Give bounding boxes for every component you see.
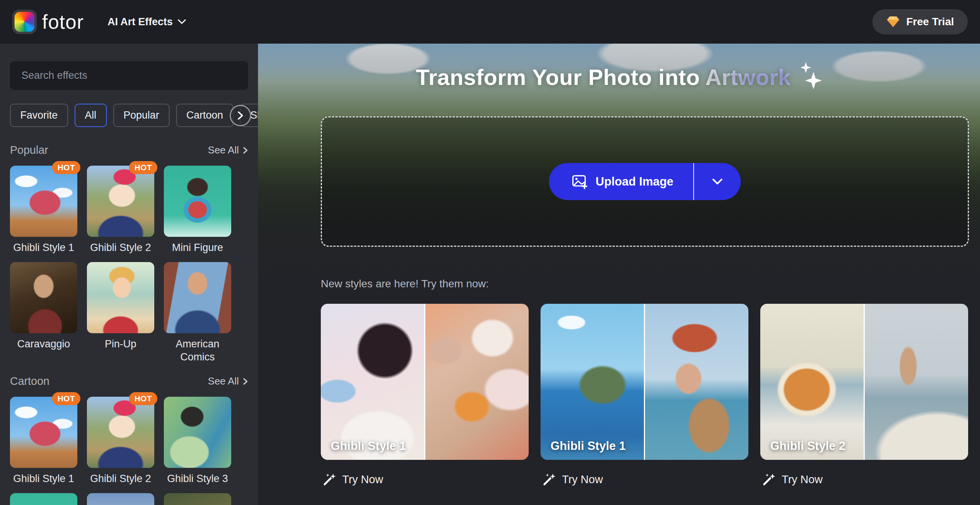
effect-thumbnail	[10, 493, 77, 505]
effect-label: Mini Figure	[164, 241, 231, 254]
magic-wand-icon	[543, 473, 556, 486]
effect-card-partial-1[interactable]	[10, 493, 77, 505]
section-title: Cartoon	[10, 375, 49, 388]
upload-options-button[interactable]	[694, 163, 741, 200]
style-card-ghibli-style-2[interactable]: Ghibli Style 2 Try Now	[760, 304, 968, 486]
page-title: Transform Your Photo into Artwork	[416, 64, 791, 90]
effect-thumbnail	[87, 397, 154, 468]
filter-chip-popular[interactable]: Popular	[113, 104, 170, 127]
effect-thumbnail	[10, 166, 77, 237]
cartoon-section-header: Cartoon See All	[10, 375, 248, 388]
try-now-button[interactable]: Try Now	[541, 473, 748, 486]
popular-effects-grid: HOT Ghibli Style 1 HOT Ghibli Style 2 Mi…	[10, 166, 248, 363]
style-card-ghibli-style-1-a[interactable]: Ghibli Style 1 Try Now	[321, 304, 529, 486]
fotor-logo[interactable]: fotor	[12, 10, 84, 34]
nav-ai-art-effects[interactable]: AI Art Effects	[108, 16, 186, 28]
after-art-half	[760, 304, 864, 460]
upload-image-button[interactable]: Upload Image	[549, 163, 693, 200]
filter-scroll-right-button[interactable]	[230, 105, 251, 126]
before-after-image[interactable]: Ghibli Style 2	[760, 304, 968, 460]
chevron-right-icon	[243, 378, 248, 385]
before-after-image[interactable]: Ghibli Style 1	[321, 304, 529, 460]
search-input[interactable]	[21, 70, 237, 81]
top-header: fotor AI Art Effects Free Trial	[0, 0, 980, 44]
try-now-button[interactable]: Try Now	[321, 473, 529, 486]
effect-label: American Comics	[164, 338, 231, 364]
hot-badge: HOT	[129, 392, 157, 405]
before-photo-half	[425, 304, 529, 460]
effect-thumbnail	[164, 166, 231, 237]
before-photo-half	[645, 304, 748, 460]
effect-card-partial-2[interactable]	[87, 493, 154, 505]
effect-label: Ghibli Style 1	[10, 241, 77, 254]
effect-card-ghibli-style-2[interactable]: HOT Ghibli Style 2	[87, 397, 154, 485]
upload-dropzone[interactable]: Upload Image	[321, 116, 969, 247]
effect-card-pin-up[interactable]: Pin-Up	[87, 262, 154, 364]
filter-chip-all[interactable]: All	[75, 104, 107, 127]
try-now-label: Try Now	[562, 473, 603, 486]
section-title: Popular	[10, 144, 48, 156]
see-all-label: See All	[208, 375, 239, 387]
before-photo-half	[865, 304, 968, 460]
upload-button-label: Upload Image	[596, 175, 673, 189]
effect-label: Pin-Up	[87, 338, 154, 351]
effect-thumbnail	[164, 493, 231, 505]
style-card-label: Ghibli Style 1	[331, 439, 406, 453]
try-now-label: Try Now	[342, 473, 383, 486]
effect-label: Ghibli Style 3	[164, 472, 231, 485]
nav-label: AI Art Effects	[108, 16, 173, 28]
style-card-label: Ghibli Style 2	[770, 439, 845, 453]
search-box[interactable]	[10, 61, 248, 90]
chevron-right-icon	[243, 147, 248, 154]
hot-badge: HOT	[129, 161, 157, 174]
chevron-down-icon	[177, 19, 186, 25]
hero-title-row: Transform Your Photo into Artwork	[258, 64, 980, 95]
cartoon-see-all-link[interactable]: See All	[208, 375, 248, 387]
main-content: Transform Your Photo into Artwork Uploa	[258, 44, 980, 505]
before-after-image[interactable]: Ghibli Style 1	[541, 304, 748, 460]
effect-card-partial-3[interactable]	[164, 493, 231, 505]
try-now-button[interactable]: Try Now	[760, 473, 968, 486]
popular-see-all-link[interactable]: See All	[208, 144, 248, 156]
popular-section-header: Popular See All	[10, 144, 248, 156]
effect-card-caravaggio[interactable]: Caravaggio	[10, 262, 77, 364]
filter-chip-cartoon[interactable]: Cartoon	[176, 104, 234, 127]
try-now-label: Try Now	[782, 473, 823, 486]
effect-card-american-comics[interactable]: American Comics	[164, 262, 231, 364]
effect-label: Ghibli Style 2	[87, 472, 154, 485]
filter-chip-favorite[interactable]: Favorite	[10, 104, 68, 127]
effect-card-ghibli-style-1[interactable]: HOT Ghibli Style 1	[10, 166, 77, 254]
see-all-label: See All	[208, 144, 239, 156]
effect-card-ghibli-style-2[interactable]: HOT Ghibli Style 2	[87, 166, 154, 254]
magic-wand-icon	[323, 473, 336, 486]
effect-thumbnail	[10, 397, 77, 468]
effect-thumbnail	[164, 262, 231, 333]
style-card-ghibli-style-1-b[interactable]: Ghibli Style 1 Try Now	[541, 304, 748, 486]
effect-label: Ghibli Style 2	[87, 241, 154, 254]
free-trial-button[interactable]: Free Trial	[872, 9, 968, 34]
after-art-half	[321, 304, 424, 460]
magic-wand-icon	[763, 473, 776, 486]
fotor-logo-icon	[12, 10, 37, 34]
effect-card-ghibli-style-1[interactable]: HOT Ghibli Style 1	[10, 397, 77, 485]
brand-name: fotor	[42, 10, 84, 33]
style-card-label: Ghibli Style 1	[550, 439, 626, 453]
gem-icon	[886, 16, 900, 28]
upload-button-group: Upload Image	[549, 163, 741, 200]
hot-badge: HOT	[52, 392, 80, 405]
effect-label: Caravaggio	[10, 338, 77, 351]
hot-badge: HOT	[52, 161, 80, 174]
title-highlight: Artwork	[706, 65, 791, 90]
filter-chip-row: Favorite All Popular Cartoon Sketch	[10, 104, 248, 127]
image-plus-icon	[571, 173, 588, 190]
effect-card-ghibli-style-3[interactable]: Ghibli Style 3	[164, 397, 231, 485]
effect-thumbnail	[87, 262, 154, 333]
new-styles-heading: New styles are here! Try them now:	[321, 278, 489, 290]
effect-thumbnail	[10, 262, 77, 333]
effect-thumbnail	[87, 166, 154, 237]
cartoon-effects-grid: HOT Ghibli Style 1 HOT Ghibli Style 2 Gh…	[10, 397, 248, 505]
effect-label: Ghibli Style 1	[10, 472, 77, 485]
effects-sidebar: Favorite All Popular Cartoon Sketch Popu…	[0, 44, 258, 505]
effect-card-mini-figure[interactable]: Mini Figure	[164, 166, 231, 254]
effect-thumbnail	[164, 397, 231, 468]
